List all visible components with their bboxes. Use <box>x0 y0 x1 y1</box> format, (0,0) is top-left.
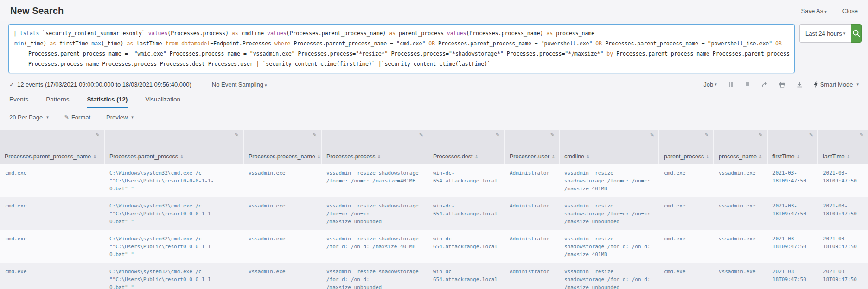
cell[interactable]: 2021-03- 18T09:47:50 <box>818 230 868 263</box>
cell[interactable]: vssadmin resize shadowstorage /for=c: /o… <box>321 197 428 230</box>
close-button[interactable]: Close <box>842 7 858 14</box>
query-token: "cmd.exe" <box>396 40 425 47</box>
column-header[interactable]: ✎Processes.parent_process⇕ <box>104 130 243 164</box>
sort-icon[interactable]: ⇕ <box>586 154 590 159</box>
column-header[interactable]: ✎lastTime⇕ <box>818 130 868 164</box>
query-token: cmdline <box>238 30 267 37</box>
cell[interactable]: vssadmin.exe <box>243 164 321 197</box>
search-button[interactable] <box>851 24 862 43</box>
event-sampling-dropdown[interactable]: No Event Sampling▾ <box>212 81 267 88</box>
cell[interactable]: vssadmin resize shadowstorage /for=c: /o… <box>559 164 659 197</box>
edit-column-icon[interactable]: ✎ <box>759 132 763 138</box>
edit-column-icon[interactable]: ✎ <box>550 132 555 138</box>
save-as-button[interactable]: Save As▾ <box>801 7 827 14</box>
cell[interactable]: vssadmin.exe <box>714 230 767 263</box>
cell[interactable]: C:\Windows\system32\cmd.exe /c ""C:\User… <box>104 164 243 197</box>
edit-column-icon[interactable]: ✎ <box>313 132 317 138</box>
edit-column-icon[interactable]: ✎ <box>650 132 654 138</box>
search-input[interactable]: | tstats `security_content_summariesonly… <box>8 24 795 73</box>
edit-column-icon[interactable]: ✎ <box>705 132 709 138</box>
column-header[interactable]: ✎parent_process⇕ <box>659 130 714 164</box>
tab-events[interactable]: Events <box>9 96 28 108</box>
cell[interactable]: C:\Windows\system32\cmd.exe /c ""C:\User… <box>104 197 243 230</box>
edit-column-icon[interactable]: ✎ <box>419 132 423 138</box>
column-header[interactable]: ✎Processes.process_name⇕ <box>243 130 321 164</box>
column-header[interactable]: ✎Processes.dest⇕ <box>428 130 504 164</box>
cell[interactable]: 2021-03- 18T09:47:50 <box>767 263 818 289</box>
cell[interactable]: vssadmin.exe <box>714 197 767 230</box>
cell[interactable]: cmd.exe <box>0 230 104 263</box>
cell[interactable]: vssadmin resize shadowstorage /for=d: /o… <box>559 263 659 289</box>
sort-icon[interactable]: ⇕ <box>759 154 762 159</box>
sort-icon[interactable]: ⇕ <box>796 154 800 159</box>
cell[interactable]: win-dc- 654.attackrange.local <box>428 263 504 289</box>
column-header[interactable]: ✎Processes.process⇕ <box>321 130 428 164</box>
sort-icon[interactable]: ⇕ <box>551 154 555 159</box>
cell[interactable]: cmd.exe <box>0 263 104 289</box>
cell[interactable]: C:\Windows\system32\cmd.exe /c ""C:\User… <box>104 263 243 289</box>
cell[interactable]: Administrator <box>504 230 559 263</box>
edit-column-icon[interactable]: ✎ <box>96 132 100 138</box>
cell[interactable]: win-dc- 654.attackrange.local <box>428 197 504 230</box>
cell[interactable]: 2021-03- 18T09:47:50 <box>818 263 868 289</box>
cell[interactable]: vssadmin resize shadowstorage /for=d: /o… <box>559 230 659 263</box>
preview-dropdown[interactable]: Preview▾ <box>106 114 134 121</box>
cell[interactable]: 2021-03- 18T09:47:50 <box>818 197 868 230</box>
column-header[interactable]: ✎Processes.user⇕ <box>504 130 559 164</box>
pause-button[interactable] <box>728 82 734 87</box>
cell[interactable]: cmd.exe <box>0 197 104 230</box>
sort-icon[interactable]: ⇕ <box>180 154 184 159</box>
cell[interactable]: vssadmin.exe <box>714 263 767 289</box>
cell[interactable]: Administrator <box>504 263 559 289</box>
per-page-dropdown[interactable]: 20 Per Page▾ <box>9 114 49 121</box>
cell[interactable]: 2021-03- 18T09:47:50 <box>818 164 868 197</box>
print-button[interactable] <box>779 82 785 88</box>
cell[interactable]: vssadmin.exe <box>243 263 321 289</box>
edit-column-icon[interactable]: ✎ <box>809 132 813 138</box>
share-button[interactable] <box>761 82 768 88</box>
cell[interactable]: vssadmin resize shadowstorage /for=c: /o… <box>559 197 659 230</box>
cell[interactable]: vssadmin resize shadowstorage /for=c: /o… <box>321 164 428 197</box>
export-button[interactable] <box>797 82 803 88</box>
sort-icon[interactable]: ⇕ <box>847 154 850 159</box>
cell[interactable]: 2021-03- 18T09:47:50 <box>767 230 818 263</box>
sort-icon[interactable]: ⇕ <box>706 154 709 159</box>
cell[interactable]: vssadmin.exe <box>714 164 767 197</box>
sort-icon[interactable]: ⇕ <box>474 154 478 159</box>
column-header[interactable]: ✎Processes.parent_process_name⇕ <box>0 130 104 164</box>
column-header[interactable]: ✎firstTime⇕ <box>767 130 818 164</box>
cell[interactable]: 2021-03- 18T09:47:50 <box>767 164 818 197</box>
smart-mode-dropdown[interactable]: Smart Mode▾ <box>814 81 859 88</box>
cell[interactable]: cmd.exe <box>659 197 714 230</box>
cell[interactable]: win-dc- 654.attackrange.local <box>428 230 504 263</box>
job-dropdown[interactable]: Job▾ <box>703 81 717 88</box>
cell[interactable]: cmd.exe <box>659 263 714 289</box>
edit-column-icon[interactable]: ✎ <box>235 132 239 138</box>
cell[interactable]: vssadmin resize shadowstorage /for=d: /o… <box>321 230 428 263</box>
sort-icon[interactable]: ⇕ <box>317 154 321 159</box>
cell[interactable]: Administrator <box>504 197 559 230</box>
column-header[interactable]: ✎process_name⇕ <box>714 130 767 164</box>
format-button[interactable]: ✎ Format <box>64 114 90 121</box>
sort-icon[interactable]: ⇕ <box>377 154 381 159</box>
edit-column-icon[interactable]: ✎ <box>496 132 500 138</box>
cell[interactable]: vssadmin resize shadowstorage /for=d: /o… <box>321 263 428 289</box>
cell[interactable]: vssadmin.exe <box>243 230 321 263</box>
cell[interactable]: Administrator <box>504 164 559 197</box>
cell[interactable]: cmd.exe <box>659 230 714 263</box>
tab-statistics-12[interactable]: Statistics (12) <box>87 96 128 108</box>
cell[interactable]: vssadmin.exe <box>243 197 321 230</box>
tab-patterns[interactable]: Patterns <box>46 96 69 108</box>
edit-column-icon[interactable]: ✎ <box>860 132 864 138</box>
time-range-picker[interactable]: Last 24 hours▾ <box>799 24 851 43</box>
stop-button[interactable] <box>745 82 750 87</box>
cell[interactable]: cmd.exe <box>0 164 104 197</box>
column-header[interactable]: ✎cmdline⇕ <box>559 130 659 164</box>
cell[interactable]: win-dc- 654.attackrange.local <box>428 164 504 197</box>
column-label: process_name <box>719 153 757 160</box>
cell[interactable]: C:\Windows\system32\cmd.exe /c ""C:\User… <box>104 230 243 263</box>
cell[interactable]: cmd.exe <box>659 164 714 197</box>
tab-visualization[interactable]: Visualization <box>145 96 180 108</box>
sort-icon[interactable]: ⇕ <box>93 154 96 159</box>
cell[interactable]: 2021-03- 18T09:47:50 <box>767 197 818 230</box>
